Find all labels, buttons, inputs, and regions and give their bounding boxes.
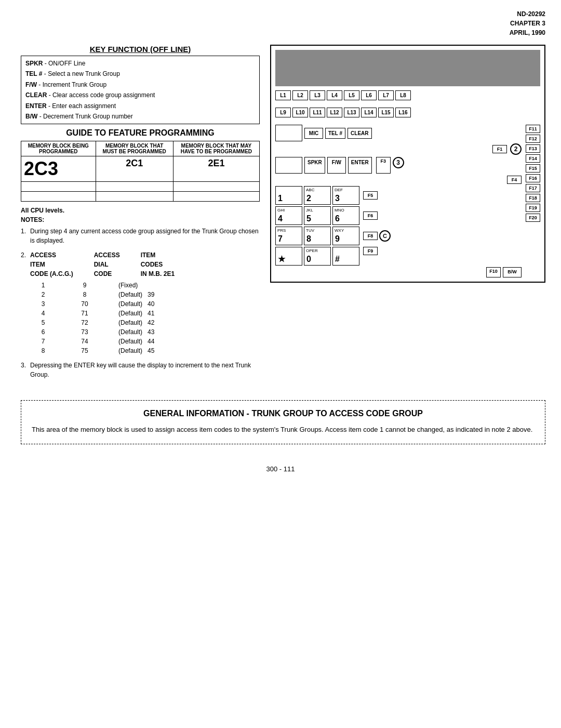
notes-section: All CPU levels. NOTES: 1. During step 4 … [21,207,260,379]
l6-key[interactable]: L6 [361,90,377,100]
num-4-key[interactable]: GHI 4 [275,206,302,225]
fkeys-right-col: F11 F12 F13 F14 F15 F16 F17 F18 F19 F20 [526,125,540,277]
note-1-text: During step 4 any current access code gr… [30,227,260,245]
f12-key[interactable]: F12 [526,135,540,143]
l13-key[interactable]: L13 [344,108,359,117]
num-3-key[interactable]: DEF 3 [332,186,359,205]
f13-key[interactable]: F13 [526,144,540,153]
kf-key-clear: CLEAR [25,91,47,99]
f8-key[interactable]: F8 [363,232,378,240]
f11-key[interactable]: F11 [526,125,540,133]
num-hash-key[interactable]: # [332,247,359,266]
tel-key[interactable]: TEL # [325,128,345,139]
num-4-sublabel: GHI [277,208,285,213]
ac-row-6-item: 6 [42,327,45,337]
guide-table: MEMORY BLOCK BEINGPROGRAMMED MEMORY BLOC… [21,141,260,202]
kf-key-bw: B/W [25,113,37,120]
kf-item-bw: B/W - Decrement Trunk Group number [25,111,255,122]
numpad-row1: 1 ABC 2 DEF 3 F5 [275,186,523,205]
num-star-key[interactable]: ★ [275,247,302,266]
f1-key[interactable]: F1 [492,145,507,153]
kb-blank-left [275,125,302,141]
l1-key[interactable]: L1 [275,90,291,100]
ac-header-codes: ITEMCODESIN M.B. 2E1 [141,250,175,279]
page-number: 300 - 111 [0,455,561,478]
l10-key[interactable]: L10 [292,108,308,117]
l12-key[interactable]: L12 [327,108,342,117]
l16-key[interactable]: L16 [395,108,411,117]
bw-key[interactable]: B/W [503,267,522,277]
num-2-key[interactable]: ABC 2 [304,186,331,205]
num-7-key[interactable]: PRS 7 [275,227,302,245]
ac-row-1-item: 1 [42,281,45,290]
guide-col3-head: MEMORY BLOCK THAT MAYHAVE TO BE PROGRAMM… [173,141,259,156]
f20-key[interactable]: F20 [526,214,540,222]
fw-key[interactable]: F/W [327,157,346,174]
ac-row-4-item: 4 [42,309,45,318]
clear-key[interactable]: CLEAR [348,128,371,139]
enter-key[interactable]: ENTER [348,157,372,174]
f18-key[interactable]: F18 [526,194,540,202]
badge-2: 2 [510,143,522,155]
kf-desc-spkr: - ON/OFF Line [43,60,85,67]
kf-item-spkr: SPKR - ON/OFF Line [25,58,255,69]
l8-key[interactable]: L8 [395,90,411,100]
ac-header-item: ACCESSITEMCODE (A.C.G.) [30,250,73,279]
l2-key[interactable]: L2 [292,90,308,100]
kf-desc-clear: - Clear access code group assignment [47,91,155,99]
ac-row-3-note: (Default) 40 [118,299,154,309]
f14-key[interactable]: F14 [526,154,540,163]
kf-desc-tel: - Select a new Trunk Group [42,70,119,77]
guide-empty2 [96,182,173,192]
f17-key[interactable]: F17 [526,184,540,192]
guide-empty6 [173,192,259,202]
guide-must-prog: 2C1 [96,156,173,182]
guide-empty3 [173,182,259,192]
f3-key[interactable]: F3 [376,157,391,174]
ac-row-5-item: 5 [42,318,45,327]
f4-area: F4 [275,176,523,184]
f16-key[interactable]: F16 [526,174,540,182]
num-0-key[interactable]: OPER 0 [304,247,331,266]
ac-row-4-note: (Default) 41 [118,309,154,318]
l9-key[interactable]: L9 [275,108,291,117]
f15-key[interactable]: F15 [526,164,540,173]
ac-row-1-dial: 9 [83,281,87,290]
l7-key[interactable]: L7 [378,90,394,100]
num-2-sublabel: ABC [306,188,314,192]
f4-key[interactable]: F4 [507,176,522,184]
l15-key[interactable]: L15 [378,108,394,117]
num-9-key[interactable]: WXY 9 [332,227,359,245]
l4-key[interactable]: L4 [327,90,342,100]
f6-key[interactable]: F6 [363,211,378,220]
f9-key[interactable]: F9 [363,247,378,255]
l5-key[interactable]: L5 [344,90,359,100]
f10-key[interactable]: F10 [486,267,501,277]
l-row-2: L9 L10 L11 L12 L13 L14 L15 L16 [275,108,540,117]
f19-key[interactable]: F19 [526,204,540,212]
spkr-key[interactable]: SPKR [304,157,325,174]
mic-key[interactable]: MIC [304,128,323,139]
l11-key[interactable]: L11 [310,108,325,117]
page-header: ND-20292 CHAPTER 3 APRIL, 1990 [0,0,561,39]
num-0-sublabel: OPER [306,248,318,253]
badge-3: 3 [393,157,404,168]
num-6-key[interactable]: MNO 6 [332,206,359,225]
kf-item-clear: CLEAR - Clear access code group assignme… [25,90,255,100]
num-5-key[interactable]: JKL 5 [304,206,331,225]
left-panel: KEY FUNCTION (OFF LINE) SPKR - ON/OFF Li… [21,45,260,385]
l-row-1: L1 L2 L3 L4 L5 L6 L7 L8 [275,90,540,100]
ac-row-3-item: 3 [42,299,45,309]
notes-title: NOTES: [21,216,260,223]
l14-key[interactable]: L14 [361,108,377,117]
num-1-key[interactable]: 1 [275,186,302,205]
ac-row-7-item: 7 [42,337,45,346]
l3-key[interactable]: L3 [310,90,325,100]
num-8-key[interactable]: TUV 8 [304,227,331,245]
f5-key[interactable]: F5 [363,191,378,200]
ac-row-8-dial: 75 [81,346,88,355]
ac-header-dial: ACCESSDIALCODE [94,250,120,279]
guide-col2-head: MEMORY BLOCK THATMUST BE PROGRAMMED [96,141,173,156]
ac-row-4-dial: 71 [81,309,88,318]
ac-row-7-dial: 74 [81,337,88,346]
